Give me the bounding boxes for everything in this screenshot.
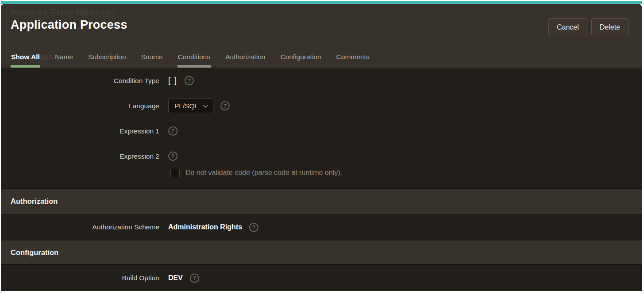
cancel-button[interactable]: Cancel [548,18,587,36]
tab-authorization[interactable]: Authorization [225,53,266,68]
page-background: Process Error Message Application Proces… [0,0,644,293]
expression-2-label: Expression 2 [1,152,159,160]
tab-source[interactable]: Source [141,53,163,68]
do-not-validate-checkbox[interactable] [170,169,180,178]
language-selected-value: PL/SQL [174,102,198,110]
build-option-row: Build Option DEV ? [1,265,642,291]
dialog-tab-bar: Conditions Show All Name Subscription So… [11,53,642,68]
page-accent-bar [1,1,642,4]
validate-code-row: Do not validate code (parse code at runt… [1,169,642,188]
header-button-group: Cancel Delete [548,18,629,36]
authorization-scheme-label: Authorization Scheme [1,223,159,231]
do-not-validate-label: Do not validate code (parse code at runt… [185,169,342,177]
application-process-dialog: Process Error Message Application Proces… [1,4,642,291]
build-option-label: Build Option [1,274,159,282]
tab-conditions[interactable]: Conditions [177,53,211,68]
configuration-section-header: Configuration [1,240,642,265]
tab-label: Show All [11,53,40,61]
delete-button[interactable]: Delete [591,18,629,36]
conditions-form-region: Condition Type [ ] ? Language PL/SQL ? E… [1,68,642,188]
dialog-header: Process Error Message Application Proces… [1,4,642,68]
tab-label: Configuration [280,53,321,61]
expression-1-row: Expression 1 ? [1,118,642,144]
language-select[interactable]: PL/SQL [168,99,213,113]
expression-2-row: Expression 2 ? [1,144,642,169]
tab-name[interactable]: Name [54,53,73,68]
help-icon[interactable]: ? [249,223,258,232]
tab-label: Conditions [178,53,210,61]
tab-comments[interactable]: Comments [336,53,370,68]
help-icon[interactable]: ? [185,76,194,85]
page-title: Application Process [11,18,127,32]
configuration-section-title: Configuration [11,248,58,257]
tab-label: Name [55,53,73,61]
help-icon[interactable]: ? [190,274,199,283]
authorization-section-title: Authorization [11,197,58,205]
help-icon[interactable]: ? [168,126,177,136]
tab-subscription[interactable]: Subscription [88,53,126,68]
expression-1-label: Expression 1 [1,127,159,135]
help-icon[interactable]: ? [220,101,230,110]
tab-show-all[interactable]: Show All [11,53,40,68]
language-row: Language PL/SQL ? [1,93,642,118]
tab-label: Source [141,53,163,61]
authorization-section-header: Authorization [1,188,642,214]
authorization-scheme-row: Authorization Scheme Administration Righ… [1,214,642,240]
condition-type-row: Condition Type [ ] ? [1,68,642,93]
build-option-value: DEV [168,274,183,282]
chevron-down-icon [203,103,208,107]
condition-type-label: Condition Type [1,77,159,85]
help-icon[interactable]: ? [168,152,177,161]
tab-label: Subscription [88,53,126,61]
tab-label: Authorization [225,53,265,61]
authorization-scheme-value: Administration Rights [168,223,242,231]
tab-configuration[interactable]: Configuration [280,53,321,68]
condition-type-value: [ ] [168,76,177,85]
scrolled-tab-underline [177,65,211,68]
language-label: Language [1,102,159,110]
tab-label: Comments [336,53,370,61]
ghost-previous-title: Process Error Message [11,7,116,18]
active-tab-underline [11,65,40,68]
